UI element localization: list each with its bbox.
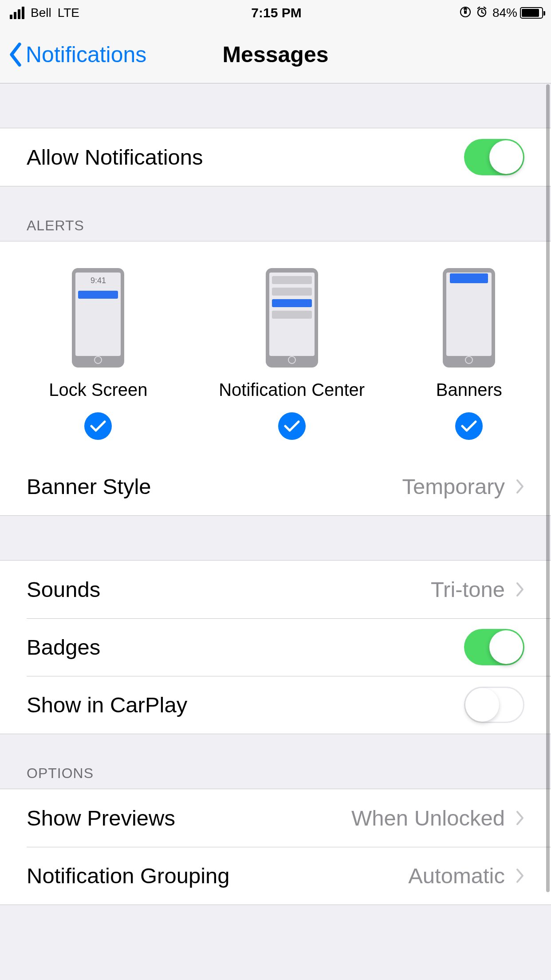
allow-notifications-label: Allow Notifications (27, 145, 464, 170)
banner-style-value: Temporary (402, 474, 505, 499)
notification-center-preview-icon (266, 268, 318, 368)
lock-screen-preview-icon: 9:41 (72, 268, 124, 368)
chevron-right-icon (516, 582, 524, 597)
nav-bar: Notifications Messages (0, 26, 551, 83)
chevron-right-icon (516, 479, 524, 494)
carplay-row[interactable]: Show in CarPlay (0, 676, 551, 734)
options-section-header: OPTIONS (0, 734, 551, 789)
chevron-right-icon (516, 810, 524, 826)
alerts-section-header: ALERTS (0, 186, 551, 241)
alert-type-label: Banners (436, 380, 502, 400)
alerts-grid: 9:41 Lock Screen Notification Cente (0, 241, 551, 458)
alert-type-label: Notification Center (219, 380, 365, 400)
notification-grouping-value: Automatic (408, 863, 505, 888)
banner-style-row[interactable]: Banner Style Temporary (0, 458, 551, 515)
alert-type-banners[interactable]: Banners (436, 268, 502, 440)
status-bar: Bell LTE 7:15 PM 84% (0, 0, 551, 26)
checkmark-icon (84, 412, 112, 440)
back-button-label: Notifications (26, 42, 146, 67)
notification-grouping-label: Notification Grouping (27, 863, 408, 888)
alarm-icon (476, 6, 488, 20)
badges-label: Badges (27, 635, 464, 660)
badges-toggle[interactable] (464, 629, 524, 665)
banners-preview-icon (443, 268, 495, 368)
battery-percent-label: 84% (492, 6, 517, 20)
alert-type-label: Lock Screen (49, 380, 147, 400)
scrollbar[interactable] (546, 84, 550, 892)
network-type-label: LTE (58, 6, 79, 20)
checkmark-icon (455, 412, 483, 440)
chevron-left-icon (8, 43, 23, 67)
show-previews-row[interactable]: Show Previews When Unlocked (0, 789, 551, 847)
back-button[interactable]: Notifications (8, 42, 146, 67)
sounds-row[interactable]: Sounds Tri-tone (0, 561, 551, 618)
badges-row[interactable]: Badges (0, 618, 551, 676)
lock-screen-preview-time: 9:41 (91, 276, 106, 285)
carrier-label: Bell (31, 6, 51, 20)
show-previews-label: Show Previews (27, 806, 351, 830)
battery-icon (520, 7, 543, 19)
alert-type-notification-center[interactable]: Notification Center (219, 268, 365, 440)
allow-notifications-row[interactable]: Allow Notifications (0, 128, 551, 186)
chevron-right-icon (516, 868, 524, 883)
alert-type-lock-screen[interactable]: 9:41 Lock Screen (49, 268, 147, 440)
sounds-value: Tri-tone (431, 577, 505, 602)
sounds-label: Sounds (27, 577, 431, 602)
show-previews-value: When Unlocked (351, 806, 505, 830)
svg-rect-1 (464, 11, 467, 14)
allow-notifications-toggle[interactable] (464, 139, 524, 175)
carplay-label: Show in CarPlay (27, 692, 464, 717)
notification-grouping-row[interactable]: Notification Grouping Automatic (0, 847, 551, 905)
signal-strength-icon (10, 7, 24, 19)
carplay-toggle[interactable] (464, 687, 524, 723)
page-title: Messages (222, 42, 328, 67)
checkmark-icon (278, 412, 306, 440)
banner-style-label: Banner Style (27, 474, 402, 499)
clock-label: 7:15 PM (251, 5, 301, 20)
orientation-lock-icon (460, 6, 471, 20)
